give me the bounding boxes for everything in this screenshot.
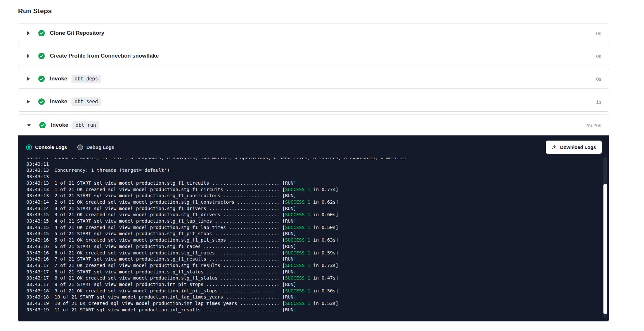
step-row-dbt-run: Invoke dbt run 2m 26s Console Logs Debug… [18, 115, 609, 322]
step-row[interactable]: Clone Git Repository0s [18, 23, 609, 43]
step-command-chip: dbt deps [71, 75, 101, 83]
console-logs-radio[interactable]: Console Logs [26, 144, 67, 150]
step-command-chip: dbt run [72, 121, 99, 129]
run-steps-page: Run Steps Clone Git Repository0sCreate P… [0, 0, 644, 322]
log-success-text: SUCCESS 1 [285, 288, 310, 293]
log-success-text: SUCCESS 1 [285, 301, 310, 306]
log-success-text: SUCCESS 1 [285, 237, 310, 243]
step-row[interactable]: Invokedbt deps0s [18, 69, 609, 89]
step-duration: 0s [596, 53, 601, 59]
log-success-text: SUCCESS 1 [285, 212, 310, 217]
console-log-lines: 03:43:11 Found 21 models, 17 tests, 0 sn… [26, 158, 609, 313]
step-label: Create Profile from Connection snowflake [50, 53, 159, 59]
console-panel: Console Logs Debug Logs [18, 135, 609, 321]
log-line: 03:43:15 4 of 21 START sql view model pr… [26, 218, 609, 225]
radio-unselected-icon[interactable] [77, 144, 83, 150]
check-circle-icon [39, 122, 46, 129]
step-duration: 0s [596, 31, 601, 36]
log-success-text: SUCCESS 1 [285, 199, 310, 205]
download-logs-button[interactable]: Download Logs [546, 141, 602, 154]
log-line: 03:43:16 6 of 21 START sql view model pr… [26, 244, 609, 250]
log-line: 03:43:13 1 of 21 OK created sql view mod… [26, 187, 609, 193]
step-duration: 0s [596, 76, 601, 82]
chevron-right-icon[interactable] [27, 77, 30, 81]
run-steps-list: Clone Git Repository0sCreate Profile fro… [18, 23, 609, 322]
log-line: 03:43:11 [26, 161, 609, 168]
check-circle-icon [38, 75, 45, 82]
chevron-right-icon[interactable] [27, 31, 30, 35]
console-log-viewport[interactable]: 03:43:11 Found 21 models, 17 tests, 0 sn… [18, 158, 609, 320]
step-row[interactable]: Invokedbt seed1s [18, 92, 609, 112]
log-line: 03:43:15 5 of 21 START sql view model pr… [26, 231, 609, 237]
log-success-text: SUCCESS 1 [285, 187, 310, 192]
log-line: 03:43:17 8 of 21 START sql view model pr… [26, 269, 609, 275]
log-line: 03:43:14 2 of 21 OK created sql view mod… [26, 199, 609, 206]
step-label: Clone Git Repository [50, 30, 104, 36]
check-circle-icon [38, 52, 45, 60]
chevron-right-icon[interactable] [27, 100, 30, 104]
log-line: 03:43:17 8 of 21 OK created sql view mod… [26, 275, 609, 281]
log-success-text: SUCCESS 1 [285, 263, 310, 268]
step-label: Invoke [51, 122, 68, 128]
radio-selected-icon[interactable] [26, 144, 32, 150]
step-duration: 2m 26s [585, 123, 601, 128]
log-line: 03:43:18 9 of 21 OK created sql view mod… [26, 288, 609, 294]
log-line: 03:43:17 7 of 21 OK created sql view mod… [26, 262, 609, 269]
log-line: 03:43:14 3 of 21 START sql view model pr… [26, 206, 609, 212]
console-scrollbar-thumb[interactable] [603, 184, 607, 314]
log-line: 03:43:15 4 of 21 OK created sql view mod… [26, 225, 609, 231]
console-logs-label[interactable]: Console Logs [35, 144, 67, 150]
download-icon [552, 144, 557, 150]
log-line: 03:43:17 9 of 21 START sql view model pr… [26, 281, 609, 288]
log-line: 03:43:13 Concurrency: 1 threads (target=… [26, 167, 609, 174]
chevron-down-icon[interactable] [27, 124, 31, 127]
debug-logs-label[interactable]: Debug Logs [86, 144, 114, 150]
collapsed-steps: Clone Git Repository0sCreate Profile fro… [18, 23, 609, 112]
check-circle-icon [38, 98, 45, 105]
step-row[interactable]: Create Profile from Connection snowflake… [18, 46, 609, 66]
log-line: 03:43:13 2 of 21 START sql view model pr… [26, 193, 609, 199]
log-line: 03:43:16 6 of 21 OK created sql view mod… [26, 250, 609, 256]
log-success-text: SUCCESS 1 [285, 250, 310, 255]
log-line: 03:43:11 Found 21 models, 17 tests, 0 sn… [26, 158, 609, 161]
log-line: 03:43:16 5 of 21 OK created sql view mod… [26, 237, 609, 244]
log-line: 03:43:13 1 of 21 START sql view model pr… [26, 180, 609, 187]
step-duration: 1s [596, 99, 601, 105]
check-circle-icon [38, 30, 45, 37]
console-toolbar: Console Logs Debug Logs [18, 135, 609, 158]
step-header[interactable]: Invoke dbt run 2m 26s [18, 115, 609, 135]
download-logs-label: Download Logs [560, 144, 596, 150]
log-success-text: SUCCESS 1 [285, 275, 310, 280]
log-success-text: SUCCESS 1 [285, 225, 310, 230]
log-line: 03:43:13 [26, 174, 609, 180]
log-line: 03:43:19 11 of 21 START sql view model p… [26, 307, 609, 313]
debug-logs-radio[interactable]: Debug Logs [77, 144, 114, 150]
chevron-right-icon[interactable] [27, 54, 30, 58]
log-line: 03:43:16 7 of 21 START sql view model pr… [26, 256, 609, 262]
step-command-chip: dbt seed [71, 97, 101, 106]
log-line: 03:43:18 10 of 21 START sql view model p… [26, 294, 609, 300]
page-title: Run Steps [18, 7, 609, 15]
log-line: 03:43:19 10 of 21 OK created sql view mo… [26, 300, 609, 307]
step-label: Invoke [50, 76, 67, 82]
log-line: 03:43:15 3 of 21 OK created sql view mod… [26, 212, 609, 218]
step-label: Invoke [50, 98, 67, 105]
